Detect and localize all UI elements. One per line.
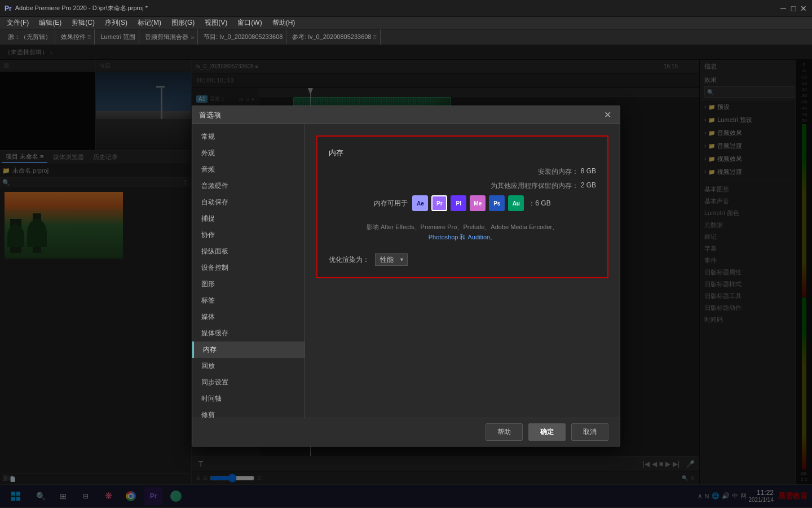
lumetri-section: Lumetri 范围 — [97, 29, 139, 45]
minimize-button[interactable]: ─ — [779, 5, 787, 12]
effects-section: 效果控件 ≡ — [58, 29, 95, 45]
memory-note: 影响 After Effects、Premiere Pro、Prelude、Ad… — [329, 222, 596, 242]
available-memory-row: 内存可用于 Ae Pr Pl Me Ps Au ：6 GB — [329, 195, 596, 211]
app-icons-group: Ae Pr Pl Me Ps Au — [412, 195, 524, 211]
pr-icon: Pr — [431, 195, 447, 211]
nav-autosave[interactable]: 自动保存 — [192, 194, 304, 211]
nav-media[interactable]: 媒体 — [192, 309, 304, 325]
titlebar-controls: ─ □ ✕ — [779, 5, 807, 12]
menu-sequence[interactable]: 序列(S) — [100, 17, 132, 29]
sequence-label[interactable]: 节目: lv_0_20200805233608 — [204, 33, 283, 41]
nav-audio-hardware[interactable]: 音频硬件 — [192, 178, 304, 194]
titlebar: Pr Adobe Premiere Pro 2020 - D:\pr\未命名.p… — [0, 0, 812, 17]
nav-graphics[interactable]: 图形 — [192, 276, 304, 292]
effects-label[interactable]: 效果控件 ≡ — [61, 33, 91, 41]
nav-audio[interactable]: 音频 — [192, 161, 304, 178]
maximize-button[interactable]: □ — [789, 5, 797, 12]
help-button[interactable]: 帮助 — [486, 423, 523, 441]
app-logo: Pr — [5, 5, 12, 12]
au-icon: Au — [508, 195, 524, 211]
menu-clip[interactable]: 剪辑(C) — [67, 17, 99, 29]
dialog-close-button[interactable]: ✕ — [602, 110, 613, 121]
optimize-select-wrapper: 性能 内存 — [375, 253, 408, 266]
dialog-nav-sidebar: 常规 外观 音频 音频硬件 自动保存 捕捉 协作 操纵面板 设备控制 图形 标签… — [192, 124, 305, 418]
menubar: 文件(F) 编辑(E) 剪辑(C) 序列(S) 标记(M) 图形(G) 视图(V… — [0, 17, 812, 29]
memory-section: 内存 安装的内存： 8 GB 为其他应用程序保留的内存： 2 GB — [316, 135, 608, 278]
reference-label[interactable]: 参考: lv_0_20200805233608 ≡ — [292, 33, 377, 41]
installed-memory-row: 安装的内存： 8 GB — [329, 167, 596, 177]
titlebar-left: Pr Adobe Premiere Pro 2020 - D:\pr\未命名.p… — [5, 4, 148, 12]
menu-file[interactable]: 文件(F) — [2, 17, 33, 29]
available-memory-value: ：6 GB — [528, 199, 550, 208]
nav-general[interactable]: 常规 — [192, 129, 304, 145]
nav-memory[interactable]: 内存 — [192, 341, 304, 358]
menu-help[interactable]: 帮助(H) — [268, 17, 300, 29]
menu-edit[interactable]: 编辑(E) — [34, 17, 66, 29]
menu-view[interactable]: 视图(V) — [200, 17, 232, 29]
sequence-section: 节目: lv_0_20200805233608 — [200, 29, 286, 45]
memory-section-title: 内存 — [329, 148, 596, 158]
audio-mixer-section: 音频剪辑混合器 » — [142, 29, 198, 45]
pl-icon: Pl — [451, 195, 466, 211]
nav-appearance[interactable]: 外观 — [192, 145, 304, 161]
titlebar-title: Adobe Premiere Pro 2020 - D:\pr\未命名.prpr… — [15, 4, 148, 12]
nav-capture[interactable]: 捕捉 — [192, 211, 304, 227]
optimize-select[interactable]: 性能 内存 — [375, 253, 408, 266]
note-line1: 影响 After Effects、Premiere Pro、Prelude、Ad… — [367, 224, 558, 230]
installed-memory-label: 安装的内存： — [538, 167, 579, 177]
source-section: 源：（无剪辑） — [5, 29, 55, 45]
dialog-body: 常规 外观 音频 音频硬件 自动保存 捕捉 协作 操纵面板 设备控制 图形 标签… — [192, 124, 620, 418]
preferences-dialog: 首选项 ✕ 常规 外观 音频 音频硬件 自动保存 捕捉 协作 操纵面板 设备控制… — [192, 106, 620, 446]
installed-memory-value: 8 GB — [581, 167, 596, 177]
reference-section: 参考: lv_0_20200805233608 ≡ — [289, 29, 381, 45]
nav-media-cache[interactable]: 媒体缓存 — [192, 325, 304, 341]
lumetri-label[interactable]: Lumetri 范围 — [100, 33, 135, 41]
dialog-main-content: 内存 安装的内存： 8 GB 为其他应用程序保留的内存： 2 GB — [305, 124, 620, 418]
menu-graphics[interactable]: 图形(G) — [167, 17, 199, 29]
nav-timeline[interactable]: 时间轴 — [192, 391, 304, 407]
nav-trim[interactable]: 修剪 — [192, 407, 304, 418]
me-icon: Me — [470, 195, 486, 211]
reserved-memory-row: 为其他应用程序保留的内存： 2 GB — [329, 181, 596, 191]
optimize-row: 优化渲染为： 性能 内存 — [329, 253, 596, 266]
nav-sync-settings[interactable]: 同步设置 — [192, 374, 304, 391]
dialog-overlay: 首选项 ✕ 常规 外观 音频 音频硬件 自动保存 捕捉 协作 操纵面板 设备控制… — [0, 45, 812, 507]
ps-icon: Ps — [489, 195, 505, 211]
menu-window[interactable]: 窗口(W) — [233, 17, 266, 29]
nav-labels[interactable]: 标签 — [192, 292, 304, 309]
nav-control-surface[interactable]: 操纵面板 — [192, 243, 304, 260]
nav-device-control[interactable]: 设备控制 — [192, 260, 304, 276]
ok-button[interactable]: 确定 — [528, 423, 566, 441]
optimize-label: 优化渲染为： — [329, 255, 369, 265]
reserved-memory-label: 为其他应用程序保留的内存： — [491, 181, 579, 191]
close-button[interactable]: ✕ — [800, 5, 807, 12]
note-line2: Photoshop 和 Audition。 — [429, 234, 496, 240]
toolbar: 源：（无剪辑） 效果控件 ≡ Lumetri 范围 音频剪辑混合器 » 节目: … — [0, 29, 812, 45]
dialog-title: 首选项 — [199, 110, 221, 120]
reserved-memory-value: 2 GB — [581, 181, 596, 191]
menu-marker[interactable]: 标记(M) — [133, 17, 166, 29]
nav-collaboration[interactable]: 协作 — [192, 227, 304, 243]
dialog-footer: 帮助 确定 取消 — [192, 418, 620, 446]
available-label: 内存可用于 — [374, 199, 408, 208]
audio-mixer-label[interactable]: 音频剪辑混合器 — [145, 33, 188, 41]
cancel-button[interactable]: 取消 — [571, 423, 608, 441]
source-label: 源：（无剪辑） — [8, 33, 51, 41]
dialog-titlebar: 首选项 ✕ — [192, 106, 620, 124]
ae-icon: Ae — [412, 195, 428, 211]
nav-playback[interactable]: 回放 — [192, 358, 304, 374]
